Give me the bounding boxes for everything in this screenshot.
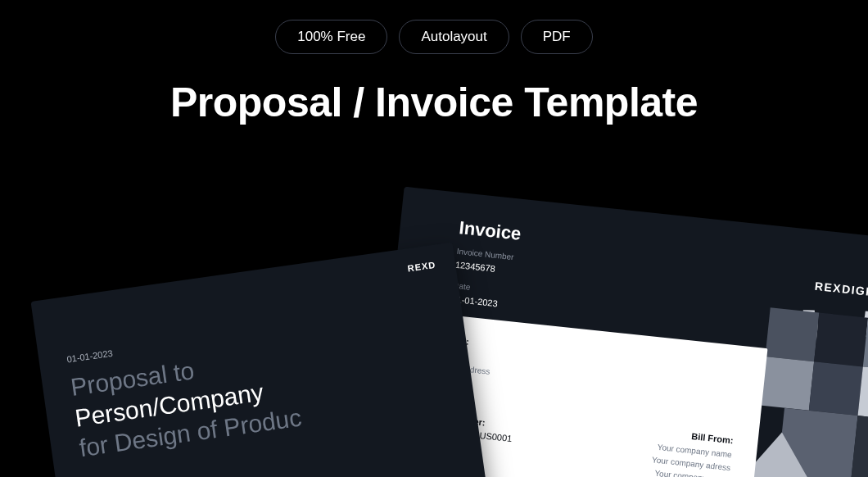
proposal-date: 01-01-2023 xyxy=(66,348,113,365)
proposal-title: Proposal to Person/Company for Design of… xyxy=(69,341,303,463)
invoice-title: Invoice xyxy=(458,217,522,245)
preview-cards: Invoice Invoice Number 12345678 Date 01-… xyxy=(0,0,868,477)
square-decor-icon xyxy=(760,357,814,411)
bill-from-section: Bill From: Your company name Your compan… xyxy=(646,427,734,477)
square-decor-icon xyxy=(809,361,863,416)
proposal-card: REXD 01-01-2023 Proposal to Person/Compa… xyxy=(30,243,493,477)
square-decor-icon xyxy=(765,307,819,361)
square-decor-icon xyxy=(814,313,868,367)
proposal-logo: REXD xyxy=(407,260,436,274)
